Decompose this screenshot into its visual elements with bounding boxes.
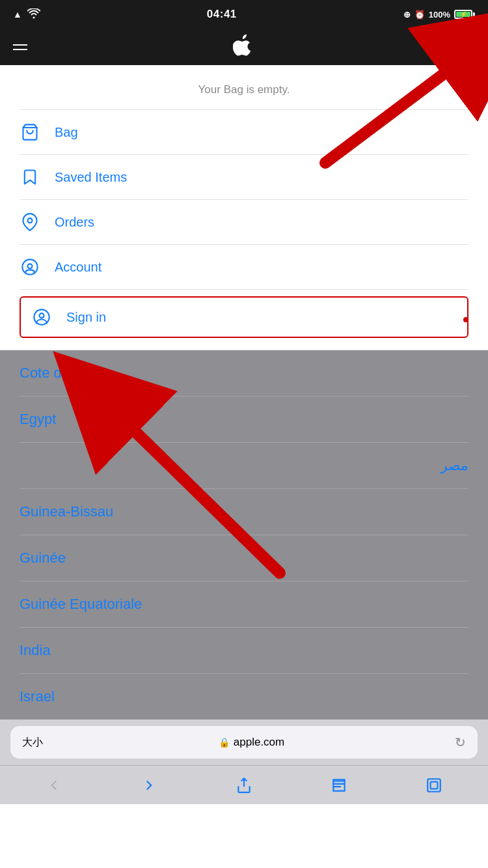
hamburger-menu-button[interactable]: [13, 44, 27, 50]
battery-percent: 100%: [429, 10, 450, 20]
bottom-toolbar: [0, 765, 488, 804]
country-item-israel[interactable]: Israel: [20, 674, 468, 720]
svg-point-3: [22, 259, 37, 274]
sign-in-label: Sign in: [66, 310, 106, 325]
status-time: 04:41: [207, 8, 237, 21]
sign-in-button[interactable]: Sign in: [20, 296, 468, 338]
account-icon: [20, 257, 40, 277]
svg-rect-6: [431, 781, 438, 789]
url-text-size[interactable]: 大小: [22, 736, 48, 749]
country-item-egypt-en[interactable]: Egypt: [20, 397, 468, 443]
wifi-icon: [27, 8, 40, 21]
red-dot: [463, 317, 468, 322]
battery-indicator: ⚡: [454, 10, 475, 19]
svg-rect-5: [427, 779, 441, 792]
svg-point-2: [28, 218, 33, 223]
apple-logo: [233, 34, 251, 61]
url-center: 🔒 apple.com: [55, 736, 448, 749]
url-bar-container: 大小 🔒 apple.com ↻: [0, 720, 488, 765]
orders-label: Orders: [55, 215, 94, 230]
back-button[interactable]: [38, 771, 70, 800]
url-bar[interactable]: 大小 🔒 apple.com ↻: [10, 726, 478, 759]
country-item-guinee[interactable]: Guinée: [20, 535, 468, 581]
menu-item-bag[interactable]: Bag: [0, 110, 488, 154]
refresh-button[interactable]: ↻: [455, 735, 466, 750]
bag-icon-button[interactable]: [457, 38, 475, 56]
share-button[interactable]: [228, 771, 260, 800]
menu-item-account[interactable]: Account: [0, 245, 488, 289]
country-item-cote-divoire[interactable]: Cote d'Ivoire: [20, 350, 468, 397]
dropdown-caret: [457, 59, 470, 65]
country-list: Cote d'Ivoire Egypt مصر Guinea-Bissau Gu…: [0, 350, 488, 720]
saved-items-label: Saved Items: [55, 170, 127, 185]
bag-empty-message: Your Bag is empty.: [0, 65, 488, 109]
bookmarks-button[interactable]: [323, 771, 355, 800]
lock-icon: 🔒: [219, 737, 230, 748]
forward-button[interactable]: [133, 771, 165, 800]
menu-item-orders[interactable]: Orders: [0, 200, 488, 244]
status-left: ▲: [13, 8, 40, 21]
status-right: ⊕ ⏰ 100% ⚡: [403, 10, 475, 20]
sign-in-icon: [31, 307, 52, 328]
tabs-button[interactable]: [418, 771, 450, 800]
country-item-egypt-ar[interactable]: مصر: [20, 443, 468, 489]
signal-icon: ▲: [13, 9, 22, 20]
bag-menu-icon: [20, 122, 40, 143]
orders-icon: [20, 212, 40, 232]
dropdown-panel: Your Bag is empty. Bag Saved Items: [0, 65, 488, 350]
alarm-icon: ⏰: [414, 10, 425, 20]
saved-items-icon: [20, 167, 40, 188]
country-item-guinea-bissau[interactable]: Guinea-Bissau: [20, 489, 468, 535]
status-bar: ▲ 04:41 ⊕ ⏰ 100% ⚡: [0, 0, 488, 29]
screen-lock-icon: ⊕: [403, 10, 411, 20]
country-item-india[interactable]: India: [20, 628, 468, 674]
country-item-guinee-equatoriale[interactable]: Guinée Equatoriale: [20, 581, 468, 628]
menu-item-saved-items[interactable]: Saved Items: [0, 155, 488, 199]
url-domain: apple.com: [234, 736, 284, 749]
sign-in-wrapper: Sign in: [0, 290, 488, 350]
nav-bar: [0, 29, 488, 65]
bag-label: Bag: [55, 125, 78, 140]
account-label: Account: [55, 260, 102, 275]
